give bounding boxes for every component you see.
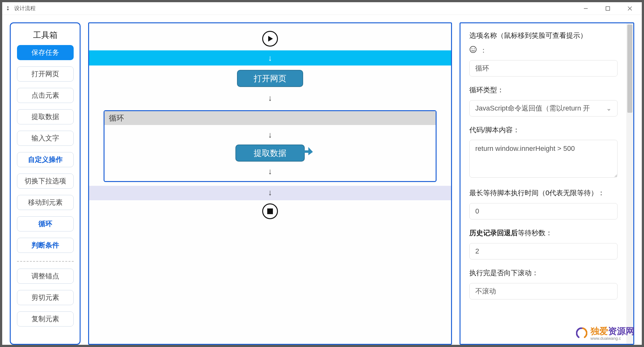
custom-action-button[interactable]: 自定义操作 [17, 152, 74, 167]
minimize-button[interactable] [579, 4, 592, 13]
window-title: 设计流程 [14, 5, 36, 12]
play-icon [267, 35, 274, 42]
start-node[interactable] [262, 31, 278, 47]
chevron-down-icon: ⌄ [606, 105, 612, 112]
loop-button[interactable]: 循环 [17, 216, 74, 231]
watermark: 独爱资源网 www.duaiwang.c [576, 325, 635, 341]
copy-element-button[interactable]: 复制元素 [17, 311, 74, 327]
svg-point-7 [474, 48, 475, 49]
flow-segment-highlight[interactable]: ↓ [89, 50, 451, 65]
extract-data-button[interactable]: 提取数据 [17, 109, 74, 124]
code-textarea[interactable]: return window.innerHeight > 500 [469, 140, 618, 178]
smiley-icon[interactable] [469, 46, 477, 55]
save-task-button[interactable]: 保存任务 [17, 45, 74, 60]
stop-icon [267, 208, 273, 214]
svg-rect-1 [606, 7, 610, 10]
loop-container-node[interactable]: 循环 ↓ 提取数据 ↓ [104, 110, 437, 182]
end-node[interactable] [262, 203, 278, 219]
code-label: 代码/脚本内容： [469, 125, 618, 135]
scroll-after-value: 不滚动 [475, 287, 496, 296]
history-back-wait-label: 历史记录回退后等待秒数： [469, 228, 618, 238]
scroll-after-label: 执行完是否向下滚动： [469, 268, 618, 278]
option-name-input[interactable] [469, 60, 618, 77]
move-to-element-button[interactable]: 移动到元素 [17, 195, 74, 210]
adjust-anchor-button[interactable]: 调整锚点 [17, 269, 74, 284]
arrow-down-icon: ↓ [268, 131, 272, 139]
scroll-after-select[interactable]: 不滚动 [469, 283, 618, 299]
app-icon [5, 5, 11, 12]
arrow-down-icon: ↓ [268, 53, 272, 63]
titlebar: 设计流程 [2, 2, 642, 15]
svg-point-6 [472, 48, 472, 49]
svg-point-5 [470, 46, 476, 53]
click-element-button[interactable]: 点击元素 [17, 88, 74, 103]
smiley-colon: ： [480, 46, 487, 55]
loop-node-title[interactable]: 循环 [105, 111, 436, 125]
flow-segment-selected[interactable]: ↓ [89, 186, 451, 200]
switch-dropdown-button[interactable]: 切换下拉选项 [17, 174, 74, 189]
loop-type-label: 循环类型： [469, 85, 618, 95]
maximize-button[interactable] [602, 4, 614, 13]
arrow-down-icon: ↓ [268, 188, 272, 196]
watermark-text-2: 资源网 [608, 326, 635, 336]
toolbox-title: 工具箱 [33, 30, 58, 41]
svg-marker-4 [268, 36, 273, 42]
watermark-text-1: 独爱 [590, 326, 608, 336]
extract-data-node[interactable]: 提取数据 [235, 145, 305, 162]
toolbox-sidebar: 工具箱 保存任务 打开网页 点击元素 提取数据 输入文字 自定义操作 切换下拉选… [10, 22, 81, 345]
wait-time-input[interactable] [469, 203, 618, 219]
close-button[interactable] [624, 4, 636, 13]
open-page-node[interactable]: 打开网页 [237, 70, 303, 87]
cut-element-button[interactable]: 剪切元素 [17, 290, 74, 305]
condition-button[interactable]: 判断条件 [17, 238, 74, 253]
input-text-button[interactable]: 输入文字 [17, 131, 74, 146]
toolbox-divider [17, 261, 74, 262]
open-page-button[interactable]: 打开网页 [17, 66, 74, 82]
option-name-label: 选项名称（鼠标移到笑脸可查看提示） [469, 31, 618, 41]
flow-canvas[interactable]: ↓ 打开网页 ↓ 循环 ↓ 提取数据 ↓ ↓ [88, 22, 452, 345]
panel-scrollbar[interactable] [626, 23, 633, 344]
watermark-logo-icon [576, 327, 587, 339]
arrow-down-icon: ↓ [268, 94, 272, 102]
history-back-wait-input[interactable] [469, 243, 618, 259]
arrow-down-icon: ↓ [268, 167, 272, 175]
loop-type-value: JavaScript命令返回值（需以return 开 [475, 104, 590, 113]
scrollbar-thumb[interactable] [627, 25, 632, 113]
loop-type-select[interactable]: JavaScript命令返回值（需以return 开 ⌄ [469, 100, 618, 117]
properties-panel: 选项名称（鼠标移到笑脸可查看提示） ： 循环类型： JavaScript命令返回… [460, 22, 634, 345]
wait-time-label: 最长等待脚本执行时间（0代表无限等待）： [469, 188, 618, 198]
